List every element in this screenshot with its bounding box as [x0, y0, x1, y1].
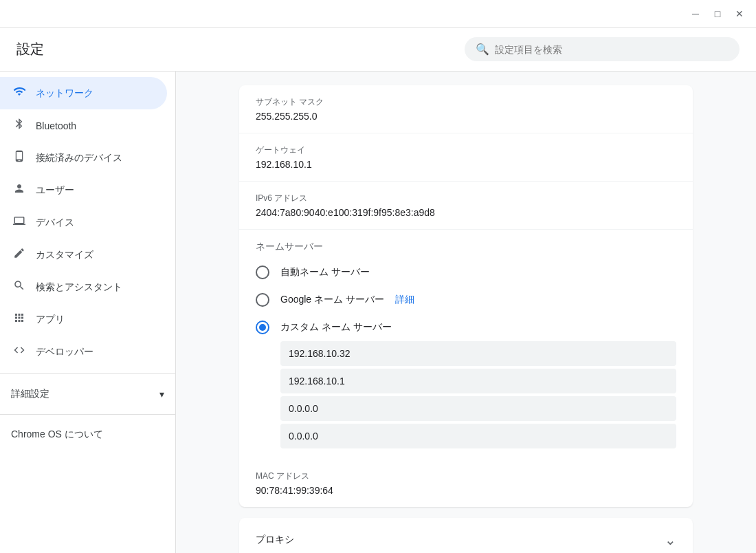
ipv6-value: 2404:7a80:9040:e100:319f:9f95:8e3:a9d8 — [256, 207, 676, 218]
sidebar-item-connected-devices[interactable]: 接続済みのデバイス — [0, 142, 167, 174]
sidebar-item-about[interactable]: Chrome OS について — [0, 420, 175, 449]
proxy-row[interactable]: プロキシ ⌄ — [239, 518, 693, 553]
apps-icon — [11, 312, 27, 327]
sidebar-label-search: 検索とアシスタント — [36, 281, 122, 294]
bluetooth-icon — [11, 118, 27, 133]
advanced-label: 詳細設定 — [11, 388, 49, 400]
sidebar-item-developer[interactable]: デベロッパー — [0, 336, 167, 368]
subnet-mask-section: サブネット マスク 255.255.255.0 — [239, 85, 693, 133]
sidebar-label-users: ユーザー — [36, 184, 74, 197]
proxy-label: プロキシ — [256, 534, 294, 546]
sidebar-label-apps: アプリ — [36, 314, 65, 326]
nameserver-section-title: ネームサーバー — [239, 230, 693, 259]
radio-auto-circle — [256, 265, 269, 279]
ipv6-label: IPv6 アドレス — [256, 193, 676, 204]
sidebar-label-network: ネットワーク — [36, 87, 93, 100]
radio-google-label: Google ネーム サーバー — [280, 294, 384, 306]
content-area: サブネット マスク 255.255.255.0 ゲートウェイ 192.168.1… — [176, 72, 756, 553]
dns-input-4[interactable] — [280, 424, 676, 448]
search-input[interactable] — [495, 44, 729, 55]
minimize-button[interactable]: ─ — [685, 3, 707, 25]
sidebar-divider-2 — [0, 414, 175, 415]
chevron-down-icon: ⌄ — [665, 532, 676, 548]
gateway-section: ゲートウェイ 192.168.10.1 — [239, 133, 693, 182]
mac-address-value: 90:78:41:99:39:64 — [256, 485, 676, 496]
sidebar-item-users[interactable]: ユーザー — [0, 174, 167, 206]
about-label: Chrome OS について — [11, 429, 103, 440]
radio-google[interactable]: Google ネーム サーバー 詳細 — [239, 286, 693, 314]
sidebar-divider — [0, 373, 175, 374]
edit-icon — [11, 247, 27, 263]
sidebar-label-customize: カスタマイズ — [36, 249, 93, 261]
app-title: 設定 — [16, 40, 44, 58]
sidebar-item-devices[interactable]: デバイス — [0, 206, 167, 239]
gateway-label: ゲートウェイ — [256, 144, 676, 156]
person-icon — [11, 182, 27, 198]
app: 設定 🔍 ネットワーク Bluetooth — [0, 28, 756, 553]
sidebar: ネットワーク Bluetooth 接続済みのデバイス — [0, 72, 176, 553]
radio-custom-label: カスタム ネーム サーバー — [280, 321, 392, 334]
code-icon — [11, 344, 27, 360]
gateway-value: 192.168.10.1 — [256, 159, 676, 170]
search-nav-icon — [11, 279, 27, 295]
google-nameserver-link[interactable]: 詳細 — [395, 294, 414, 306]
content-inner: サブネット マスク 255.255.255.0 ゲートウェイ 192.168.1… — [239, 72, 693, 553]
radio-custom-circle — [256, 321, 269, 334]
wifi-icon — [11, 85, 27, 101]
sidebar-label-developer: デベロッパー — [36, 346, 93, 358]
sidebar-label-devices: デバイス — [36, 217, 74, 229]
radio-auto[interactable]: 自動ネーム サーバー — [239, 259, 693, 286]
mac-address-section: MAC アドレス 90:78:41:99:39:64 — [239, 459, 693, 507]
sidebar-item-advanced[interactable]: 詳細設定 ▾ — [0, 380, 175, 409]
main-content: ネットワーク Bluetooth 接続済みのデバイス — [0, 72, 756, 553]
sidebar-item-customize[interactable]: カスタマイズ — [0, 239, 167, 271]
radio-custom[interactable]: カスタム ネーム サーバー — [239, 314, 693, 341]
radio-auto-label: 自動ネーム サーバー — [280, 266, 370, 279]
sidebar-item-apps[interactable]: アプリ — [0, 303, 167, 336]
laptop-icon — [11, 215, 27, 230]
sidebar-item-search[interactable]: 検索とアシスタント — [0, 271, 167, 303]
dns-input-3[interactable] — [280, 396, 676, 421]
sidebar-item-network[interactable]: ネットワーク — [0, 77, 167, 109]
network-details-card: サブネット マスク 255.255.255.0 ゲートウェイ 192.168.1… — [239, 85, 693, 507]
sidebar-label-bluetooth: Bluetooth — [36, 120, 76, 131]
radio-google-circle — [256, 293, 269, 307]
titlebar: ─ □ ✕ — [0, 0, 756, 28]
dns-inputs — [239, 341, 693, 459]
subnet-mask-label: サブネット マスク — [256, 96, 676, 108]
search-icon: 🔍 — [476, 43, 489, 56]
close-button[interactable]: ✕ — [729, 3, 751, 25]
subnet-mask-value: 255.255.255.0 — [256, 111, 676, 122]
header: 設定 🔍 — [0, 28, 756, 72]
dns-input-1[interactable] — [280, 341, 676, 366]
ipv6-section: IPv6 アドレス 2404:7a80:9040:e100:319f:9f95:… — [239, 182, 693, 230]
mac-address-label: MAC アドレス — [256, 470, 676, 482]
chevron-down-icon: ▾ — [159, 389, 164, 400]
sidebar-item-bluetooth[interactable]: Bluetooth — [0, 109, 167, 142]
proxy-card: プロキシ ⌄ — [239, 518, 693, 553]
dns-input-2[interactable] — [280, 369, 676, 393]
phone-android-icon — [11, 150, 27, 166]
sidebar-label-connected-devices: 接続済みのデバイス — [36, 152, 122, 164]
search-bar[interactable]: 🔍 — [465, 37, 740, 61]
maximize-button[interactable]: □ — [707, 3, 729, 25]
